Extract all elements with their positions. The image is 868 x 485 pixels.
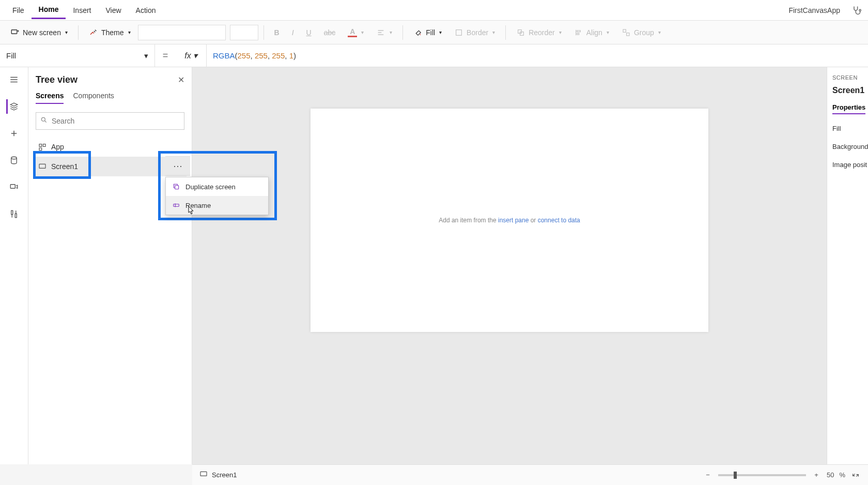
menu-action[interactable]: Action bbox=[129, 2, 163, 19]
screen-icon bbox=[38, 162, 47, 171]
zoom-in-button[interactable]: + bbox=[811, 470, 822, 480]
insert-pane-link[interactable]: insert pane bbox=[498, 217, 529, 224]
equals-sign: = bbox=[155, 50, 176, 61]
status-bar: Screen1 − + 50 % bbox=[192, 464, 868, 485]
tab-screens[interactable]: Screens bbox=[36, 92, 64, 104]
tree-item-label: Screen1 bbox=[51, 162, 78, 171]
theme-button[interactable]: Theme ▾ bbox=[84, 25, 136, 40]
fx-button[interactable]: fx ▾ bbox=[176, 44, 207, 67]
zoom-controls: − + 50 % bbox=[703, 470, 861, 480]
canvas-screen[interactable]: Add an item from the insert pane or conn… bbox=[311, 109, 708, 332]
menu-file[interactable]: File bbox=[5, 2, 32, 19]
formula-arg: 255 bbox=[238, 51, 251, 60]
tab-components[interactable]: Components bbox=[73, 92, 114, 104]
strikethrough-button[interactable]: abc bbox=[319, 25, 341, 40]
tree-item-more-button[interactable]: ⋯ bbox=[165, 156, 190, 176]
svg-rect-8 bbox=[518, 29, 522, 33]
chevron-down-icon: ▾ bbox=[193, 51, 197, 60]
media-button[interactable] bbox=[7, 180, 21, 194]
hamburger-button[interactable] bbox=[7, 72, 21, 87]
chevron-down-icon: ▾ bbox=[65, 29, 68, 35]
bold-button[interactable]: B bbox=[269, 25, 285, 40]
tree-search[interactable] bbox=[36, 112, 184, 130]
font-color-button[interactable]: A ▾ bbox=[343, 25, 369, 40]
context-menu: Duplicate screen Rename bbox=[165, 177, 269, 215]
zoom-value: 50 bbox=[827, 471, 834, 479]
chevron-down-icon: ▾ bbox=[559, 29, 562, 35]
tree-view-panel: Tree view ✕ Screens Components App bbox=[28, 67, 192, 464]
reorder-button[interactable]: Reorder ▾ bbox=[511, 25, 567, 40]
formula-input[interactable]: RGBA(255, 255, 255, 1) bbox=[207, 51, 868, 60]
property-row-fill[interactable]: Fill bbox=[832, 125, 863, 132]
fill-button[interactable]: Fill ▾ bbox=[408, 25, 447, 40]
tree-view-title: Tree view bbox=[36, 74, 78, 85]
zoom-slider[interactable] bbox=[718, 474, 806, 476]
zoom-slider-thumb[interactable] bbox=[734, 472, 737, 479]
property-selector[interactable]: Fill ▾ bbox=[0, 44, 155, 67]
zoom-out-button[interactable]: − bbox=[703, 470, 713, 480]
font-size-select[interactable] bbox=[230, 25, 258, 40]
new-screen-button[interactable]: New screen ▾ bbox=[5, 25, 73, 40]
border-label: Border bbox=[467, 28, 488, 37]
tree-view-button[interactable] bbox=[6, 99, 21, 114]
svg-rect-35 bbox=[200, 472, 207, 476]
chevron-down-icon: ▾ bbox=[492, 29, 495, 35]
status-screen-name: Screen1 bbox=[212, 471, 237, 479]
context-menu-rename[interactable]: Rename bbox=[166, 196, 268, 215]
paint-bucket-icon bbox=[413, 28, 423, 37]
menu-insert[interactable]: Insert bbox=[66, 2, 98, 19]
chevron-down-icon: ▾ bbox=[144, 51, 148, 60]
formula-function: RGBA bbox=[213, 51, 235, 60]
svg-rect-1 bbox=[11, 29, 17, 34]
tree-search-input[interactable] bbox=[52, 117, 180, 125]
chevron-down-icon: ▾ bbox=[439, 29, 442, 35]
properties-object-name: Screen1 bbox=[832, 86, 863, 95]
underline-button[interactable]: U bbox=[301, 25, 317, 40]
formula-arg: 255 bbox=[272, 51, 285, 60]
properties-tab[interactable]: Properties bbox=[832, 103, 865, 114]
fit-to-window-button[interactable] bbox=[850, 470, 861, 480]
context-menu-duplicate[interactable]: Duplicate screen bbox=[166, 177, 268, 196]
chevron-down-icon: ▾ bbox=[390, 29, 392, 35]
properties-header-label: SCREEN bbox=[832, 74, 863, 81]
property-row-image-position[interactable]: Image posit bbox=[832, 161, 863, 169]
rename-icon bbox=[172, 201, 180, 209]
advanced-tools-button[interactable] bbox=[7, 207, 21, 221]
canvas-area[interactable]: Add an item from the insert pane or conn… bbox=[192, 67, 827, 464]
border-button[interactable]: Border ▾ bbox=[449, 25, 500, 40]
svg-rect-14 bbox=[627, 33, 629, 35]
zoom-unit: % bbox=[839, 471, 845, 479]
close-panel-button[interactable]: ✕ bbox=[178, 75, 184, 85]
stethoscope-icon[interactable] bbox=[850, 4, 863, 17]
hint-text: or bbox=[529, 217, 537, 224]
properties-panel: SCREEN Screen1 Properties Fill Backgroun… bbox=[827, 67, 868, 464]
connect-data-link[interactable]: connect to data bbox=[538, 217, 580, 224]
status-screen-indicator[interactable]: Screen1 bbox=[199, 470, 237, 480]
theme-icon bbox=[89, 28, 98, 37]
svg-rect-21 bbox=[10, 185, 15, 189]
svg-rect-11 bbox=[577, 31, 580, 32]
svg-rect-29 bbox=[43, 144, 45, 147]
hint-text: Add an item from the bbox=[439, 217, 498, 224]
group-button[interactable]: Group ▾ bbox=[616, 25, 666, 40]
menu-home[interactable]: Home bbox=[32, 1, 66, 19]
svg-line-27 bbox=[45, 121, 47, 123]
app-icon bbox=[38, 142, 47, 151]
tree-item-app[interactable]: App bbox=[34, 137, 187, 157]
tree-item-screen1[interactable]: Screen1 bbox=[34, 157, 187, 176]
tree-view-tabs: Screens Components bbox=[34, 92, 187, 108]
property-row-background[interactable]: Background bbox=[832, 143, 863, 150]
align-button[interactable]: Align ▾ bbox=[569, 25, 614, 40]
text-align-button[interactable]: ▾ bbox=[371, 25, 397, 40]
svg-rect-7 bbox=[456, 29, 462, 35]
data-button[interactable] bbox=[7, 153, 21, 168]
font-family-select[interactable] bbox=[138, 25, 226, 40]
formula-arg: 1 bbox=[289, 51, 293, 60]
insert-button[interactable] bbox=[7, 126, 21, 141]
group-label: Group bbox=[634, 28, 654, 37]
screen-icon bbox=[199, 470, 208, 480]
align-icon bbox=[376, 28, 385, 37]
menu-view[interactable]: View bbox=[98, 2, 128, 19]
chevron-down-icon: ▾ bbox=[658, 29, 661, 35]
italic-button[interactable]: I bbox=[287, 25, 299, 40]
